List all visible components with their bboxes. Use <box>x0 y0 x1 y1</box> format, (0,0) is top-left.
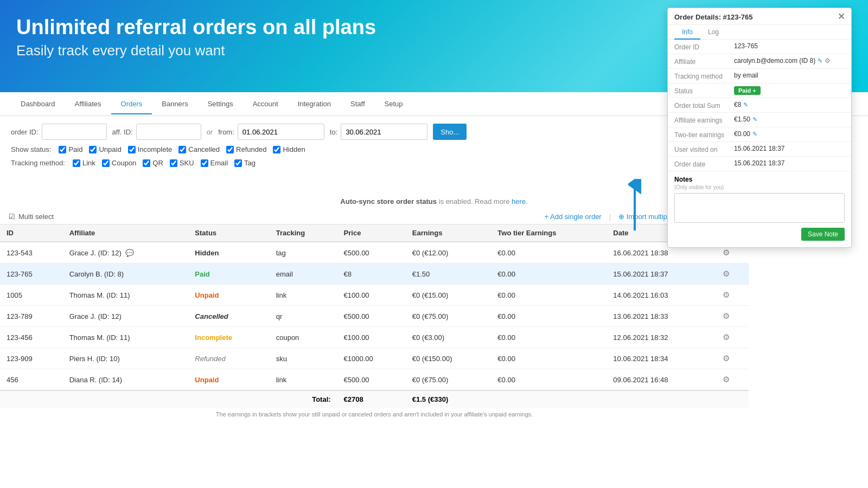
cell-gear[interactable]: ⚙ <box>716 306 749 327</box>
detail-user-visited-label: User visited on <box>674 145 734 153</box>
cell-date: 10.06.2021 18:34 <box>607 348 716 369</box>
cell-two-tier: €0.00 <box>491 327 607 348</box>
cell-affiliate: Grace J. (ID: 12) <box>63 306 189 327</box>
cell-price: €500.00 <box>337 242 406 264</box>
cell-gear[interactable]: ⚙ <box>716 348 749 369</box>
notes-label: Notes (Only visible for you) <box>674 176 845 191</box>
cell-earnings: €0 (€150.00) <box>406 348 492 369</box>
nav-tab-dashboard[interactable]: Dashboard <box>11 94 65 114</box>
show-status-label: Show status: <box>11 145 51 153</box>
status-unpaid-checkbox[interactable]: Unpaid <box>89 145 121 153</box>
detail-tracking-value: by email <box>734 72 845 79</box>
status-paid-checkbox[interactable]: Paid <box>59 145 82 153</box>
nav-tab-integration[interactable]: Integration <box>288 94 341 114</box>
add-single-order-button[interactable]: + Add single order <box>545 213 602 221</box>
panel-close-button[interactable]: ✕ <box>838 12 845 21</box>
autosync-link[interactable]: here. <box>512 197 528 206</box>
two-tier-edit-icon[interactable]: ✎ <box>752 131 757 138</box>
status-incomplete-checkbox[interactable]: Incomplete <box>128 145 173 153</box>
cell-date: 15.06.2021 18:37 <box>607 264 716 285</box>
order-total-edit-icon[interactable]: ✎ <box>743 101 748 108</box>
status-checkboxes: Paid Unpaid Incomplete Cancelled Refunde… <box>59 145 305 153</box>
cell-affiliate: Piers H. (ID: 10) <box>63 348 189 369</box>
row-gear-icon[interactable]: ⚙ <box>723 375 730 384</box>
tracking-tag-checkbox[interactable]: Tag <box>234 159 256 167</box>
nav-tab-account[interactable]: Account <box>243 94 288 114</box>
order-id-filter: order ID: <box>11 124 107 140</box>
cell-tracking: link <box>270 369 337 391</box>
cell-id: 123-765 <box>0 264 63 285</box>
panel-title: Order Details: #123-765 <box>674 13 753 21</box>
status-paid-badge[interactable]: Paid + <box>734 86 761 95</box>
cell-id: 123-456 <box>0 327 63 348</box>
tracking-sku-checkbox[interactable]: SKU <box>170 159 194 167</box>
tracking-checkboxes: Link Coupon QR SKU Email Tag <box>73 159 256 167</box>
detail-order-date: Order date 15.06.2021 18:37 <box>668 157 851 171</box>
order-id-input[interactable] <box>42 124 107 140</box>
status-cancelled-checkbox[interactable]: Cancelled <box>178 145 220 153</box>
table-row: 123-543 Grace J. (ID: 12) 💬 Hidden tag €… <box>0 242 749 264</box>
panel-tab-info[interactable]: Info <box>674 25 700 40</box>
col-price: Price <box>337 224 406 242</box>
cell-status: Unpaid <box>188 369 269 391</box>
autosync-suffix: is enabled. Read more <box>437 197 512 206</box>
panel-tab-log[interactable]: Log <box>700 25 726 40</box>
tracking-coupon-checkbox[interactable]: Coupon <box>102 159 137 167</box>
comment-icon[interactable]: 💬 <box>125 249 134 257</box>
detail-tracking-label: Tracking method <box>674 72 734 80</box>
detail-status-value: Paid + <box>734 86 845 95</box>
cell-price: €500.00 <box>337 306 406 327</box>
aff-id-input[interactable] <box>136 124 201 140</box>
nav-tab-staff[interactable]: Staff <box>341 94 375 114</box>
status-refunded-checkbox[interactable]: Refunded <box>226 145 266 153</box>
cell-date: 09.06.2021 16:48 <box>607 369 716 391</box>
status-value: Refunded <box>195 355 225 363</box>
tracking-email-checkbox[interactable]: Email <box>201 159 228 167</box>
multi-select-icon: ☑ <box>9 213 15 221</box>
affiliate-edit-icon[interactable]: ✎ <box>818 57 822 65</box>
detail-two-tier-value: €0.00 ✎ <box>734 130 845 138</box>
from-input[interactable] <box>238 124 324 140</box>
footer-note: The earnings in brackets show your still… <box>0 408 749 421</box>
panel-tabs: Info Log <box>668 25 851 40</box>
to-input[interactable] <box>341 124 427 140</box>
nav-tab-settings[interactable]: Settings <box>198 94 243 114</box>
cell-gear[interactable]: ⚙ <box>716 285 749 306</box>
nav-tab-setup[interactable]: Setup <box>375 94 413 114</box>
notes-textarea[interactable] <box>674 193 845 223</box>
cell-tracking: link <box>270 285 337 306</box>
show-button[interactable]: Sho... <box>433 124 467 140</box>
tracking-qr-checkbox[interactable]: QR <box>143 159 163 167</box>
nav-tab-orders[interactable]: Orders <box>111 94 152 114</box>
status-value: Incomplete <box>195 333 232 342</box>
save-note-button[interactable]: Save Note <box>801 228 845 241</box>
detail-affiliate-label: Affiliate <box>674 57 734 66</box>
nav-tab-banners[interactable]: Banners <box>152 94 197 114</box>
row-gear-icon[interactable]: ⚙ <box>723 248 730 257</box>
cell-tracking: qr <box>270 306 337 327</box>
affiliate-gear-icon[interactable]: ⚙ <box>825 57 831 65</box>
tracking-link-checkbox[interactable]: Link <box>73 159 95 167</box>
table-row: 1005 Thomas M. (ID: 11) Unpaid link €100… <box>0 285 749 306</box>
aff-earnings-edit-icon[interactable]: ✎ <box>752 116 757 123</box>
nav-tab-affiliates[interactable]: Affiliates <box>65 94 111 114</box>
cell-date: 13.06.2021 18:33 <box>607 306 716 327</box>
cell-affiliate: Thomas M. (ID: 11) <box>63 285 189 306</box>
cell-status: Refunded <box>188 348 269 369</box>
detail-two-tier-earnings: Two-tier earnings €0.00 ✎ <box>668 127 851 142</box>
multi-select-button[interactable]: ☑ Multi select <box>9 213 54 221</box>
status-hidden-checkbox[interactable]: Hidden <box>273 145 305 153</box>
notes-section: Notes (Only visible for you) Save Note <box>668 171 851 247</box>
row-gear-icon[interactable]: ⚙ <box>723 311 730 320</box>
row-gear-icon[interactable]: ⚙ <box>723 290 730 299</box>
orders-table: ID Affiliate Status Tracking Price Earni… <box>0 224 749 421</box>
row-gear-icon[interactable]: ⚙ <box>723 269 730 278</box>
detail-affiliate: Affiliate carolyn.b@demo.com (ID 8) ✎ ⚙ <box>668 54 851 69</box>
cell-gear[interactable]: ⚙ <box>716 264 749 285</box>
cell-gear[interactable]: ⚙ <box>716 327 749 348</box>
totals-earnings: €1.5 (€330) <box>406 390 492 408</box>
row-gear-icon[interactable]: ⚙ <box>723 354 730 363</box>
totals-end <box>491 390 749 408</box>
cell-gear[interactable]: ⚙ <box>716 369 749 391</box>
row-gear-icon[interactable]: ⚙ <box>723 332 730 342</box>
